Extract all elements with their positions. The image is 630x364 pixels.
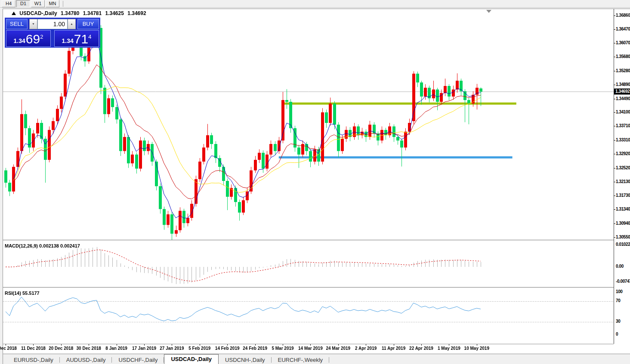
- date-axis: 2 Dec 201811 Dec 201820 Dec 201830 Dec 2…: [3, 344, 614, 354]
- rsi-pane-canvas[interactable]: [3, 288, 614, 343]
- rsi-axis-label: 70: [616, 298, 630, 303]
- axis-tick-mark: [614, 223, 615, 224]
- date-axis-label: 8 Jan 2019: [105, 346, 127, 351]
- volume-decrease-button[interactable]: ▼: [29, 19, 37, 29]
- price-axis-divider: [614, 9, 614, 344]
- date-tick-mark: [255, 344, 256, 346]
- macd-axis-label: 0.00: [616, 264, 630, 269]
- tab-eurusd-daily[interactable]: EURUSD-,Daily: [7, 355, 60, 364]
- buy-button[interactable]: BUY: [77, 19, 99, 29]
- timeframe-toolbar: H4D1W1MN: [0, 0, 630, 8]
- macd-pane-canvas[interactable]: [3, 241, 614, 287]
- date-tick-mark: [33, 344, 34, 346]
- buy-price-pip: 4: [88, 34, 91, 40]
- date-axis-label: 5 Feb 2019: [188, 346, 210, 351]
- axis-tick-mark: [614, 112, 615, 113]
- triangle-up-icon: [12, 12, 16, 15]
- date-axis-label: 22 Apr 2019: [409, 346, 433, 351]
- timeframe-button-w1[interactable]: W1: [31, 0, 45, 7]
- chart-symbol: USDCAD-,Daily: [19, 10, 57, 16]
- sell-button[interactable]: SELL: [6, 19, 28, 29]
- sell-price-box[interactable]: 1.34 69 2: [6, 30, 51, 47]
- axis-tick-mark: [614, 140, 615, 141]
- tab-audusd-daily[interactable]: AUDUSD-,Daily: [60, 355, 112, 364]
- date-axis-label: 10 May 2019: [464, 346, 489, 351]
- buy-price-box[interactable]: 1.34 71 4: [54, 30, 99, 47]
- date-tick-mark: [366, 344, 366, 346]
- axis-tick-mark: [614, 196, 615, 196]
- macd-axis-label: 0.010229: [616, 242, 630, 247]
- date-tick-mark: [117, 344, 117, 346]
- chart-shift-icon: [486, 10, 491, 13]
- date-tick-mark: [144, 344, 145, 346]
- current-price-tag: 1.34692: [614, 89, 630, 95]
- axis-tick-mark: [614, 29, 615, 30]
- rsi-label: RSI(14) 55.5177: [5, 291, 40, 296]
- sell-price-main: 69: [26, 33, 40, 45]
- date-axis-label: 14 Mar 2019: [298, 346, 323, 351]
- axis-tick-mark: [614, 99, 615, 99]
- axis-tick-mark: [614, 209, 615, 210]
- date-tick-mark: [338, 344, 339, 346]
- price-axis-label: 1.31340: [616, 207, 630, 211]
- axis-tick-mark: [614, 15, 615, 16]
- date-axis-label: 24 Feb 2019: [243, 346, 267, 351]
- date-axis-label: 20 Dec 2018: [49, 346, 73, 351]
- ohlc-open: 1.34780: [61, 10, 79, 16]
- date-axis-label: 17 Jan 2019: [132, 346, 156, 351]
- volume-input[interactable]: 1.00: [37, 19, 68, 29]
- chart-tab-bar: EURUSD-,DailyAUDUSD-,DailyUSDCHF-,DailyU…: [3, 354, 630, 364]
- axis-tick-mark: [614, 237, 615, 238]
- chart-title: USDCAD-,Daily 1.34780 1.34781 1.34625 1.…: [12, 10, 148, 16]
- tab-usdchf-daily[interactable]: USDCHF-,Daily: [112, 355, 164, 364]
- price-axis-label: 1.36860: [616, 13, 630, 18]
- timeframe-button-d1[interactable]: D1: [16, 0, 30, 7]
- date-tick-mark: [89, 344, 89, 346]
- date-axis-label: 11 Apr 2019: [382, 346, 405, 351]
- tab-usdcad-daily[interactable]: USDCAD-,Daily: [164, 354, 219, 364]
- price-axis-label: 1.36470: [616, 27, 630, 31]
- tab-usdcnh-daily[interactable]: USDCNH-,Daily: [219, 355, 271, 364]
- tab-eurchf-weekly[interactable]: EURCHF-,Weekly: [272, 355, 330, 364]
- date-axis-label: 24 Mar 2019: [326, 346, 350, 351]
- date-axis-label: 2 Apr 2019: [355, 346, 377, 351]
- price-axis-label: 1.33710: [616, 123, 630, 128]
- ohlc-close: 1.34692: [127, 10, 146, 16]
- price-axis-label: 1.32520: [616, 165, 630, 170]
- volume-increase-button[interactable]: ▲: [68, 19, 76, 29]
- rsi-axis-label: 100: [616, 289, 630, 294]
- sell-price-prefix: 1.34: [14, 37, 25, 45]
- axis-tick-mark: [614, 57, 615, 57]
- toolbar-separator: [63, 1, 63, 7]
- date-axis-label: 2 Dec 2018: [0, 346, 17, 351]
- axis-tick-mark: [614, 71, 615, 71]
- price-axis-label: 1.34490: [616, 96, 630, 101]
- date-axis-label: 1 May 2019: [438, 346, 460, 351]
- trading-terminal: H4D1W1MN 1.34692 USDCAD-,Daily 1.34780 1…: [0, 0, 630, 364]
- date-axis-label: 11 Dec 2018: [21, 346, 46, 351]
- axis-tick-mark: [614, 182, 615, 182]
- price-axis-label: 1.36070: [616, 40, 630, 45]
- date-tick-mark: [227, 344, 228, 346]
- date-tick-mark: [310, 344, 311, 346]
- price-axis-label: 1.31730: [616, 193, 630, 198]
- sell-price-pip: 2: [40, 34, 43, 40]
- date-tick-mark: [6, 344, 6, 346]
- price-axis-label: 1.35680: [616, 54, 630, 59]
- rsi-axis-label: 30: [616, 319, 630, 324]
- ohlc-high: 1.34781: [83, 10, 102, 16]
- price-axis-label: 1.30940: [616, 221, 630, 226]
- one-click-trade-panel: SELL ▼ 1.00 ▲ BUY 1.34 69 2 1.34 71 4: [5, 18, 100, 48]
- date-tick-mark: [394, 344, 394, 346]
- date-tick-mark: [449, 344, 449, 346]
- rsi-axis-label: 0: [616, 332, 630, 336]
- timeframe-button-h4[interactable]: H4: [2, 0, 15, 7]
- buy-price-main: 71: [74, 33, 88, 45]
- chart-window: 1.34692 USDCAD-,Daily 1.34780 1.34781 1.…: [3, 9, 630, 364]
- axis-tick-mark: [614, 126, 615, 126]
- buy-price-prefix: 1.34: [62, 37, 74, 45]
- price-axis-label: 1.35280: [616, 68, 630, 73]
- axis-tick-mark: [614, 168, 615, 168]
- timeframe-button-mn[interactable]: MN: [46, 0, 59, 7]
- ohlc-low: 1.34625: [105, 10, 124, 16]
